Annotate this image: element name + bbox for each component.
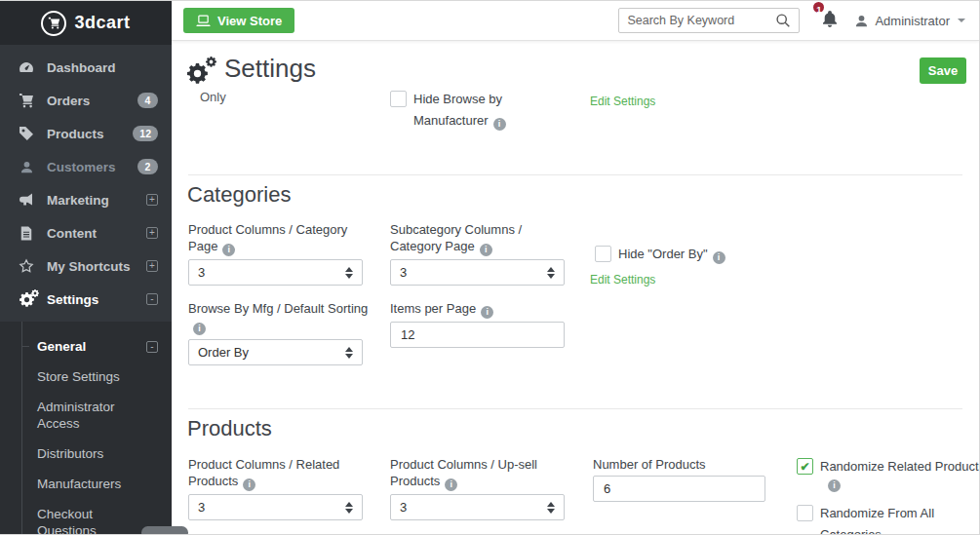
sidebar-item-products[interactable]: Products 12 [0,117,172,150]
sidebar-item-orders[interactable]: Orders 4 [0,84,172,117]
randomize-from-all-categories-checkbox[interactable] [797,505,813,521]
sidebar-item-marketing[interactable]: Marketing + [0,183,172,216]
sidebar-item-label: Dashboard [47,60,116,75]
products-heading: Products [187,416,272,441]
user-icon [854,14,869,28]
info-icon[interactable]: i [828,479,841,492]
sidebar-item-content[interactable]: Content + [0,216,172,249]
sidebar-nav: Dashboard Orders 4 Products 12 [0,45,172,316]
sidebar-item-label: My Shortcuts [47,259,131,274]
info-icon[interactable]: i [445,478,457,491]
product-columns-upsell-label: Product Columns / Up-sell Productsi [390,456,556,491]
sidebar-item-customers[interactable]: Customers 2 [0,150,172,183]
hide-order-by-checkbox[interactable] [595,246,611,262]
submenu-item-store-settings[interactable]: Store Settings [0,362,172,392]
hide-order-by-label: Hide "Order By"i [618,244,725,265]
hide-browse-by-manufacturer-label: Hide Browse by Manufactureri [413,89,519,132]
product-columns-category-label: Product Columns / Category Pagei [188,221,354,256]
star-icon [18,258,35,274]
info-icon[interactable]: i [493,118,506,131]
hide-browse-by-manufacturer-checkbox[interactable] [390,91,407,107]
person-icon [18,160,35,174]
sidebar-item-label: Content [47,226,97,241]
product-columns-upsell-select[interactable]: 3 [390,494,565,520]
section-divider [188,174,962,175]
info-icon[interactable]: i [481,306,493,319]
product-columns-related-label: Product Columns / Related Productsi [188,456,354,491]
view-store-button[interactable]: View Store [183,8,294,33]
cart-icon [18,93,35,108]
save-button[interactable]: Save [920,57,966,84]
spinner-icon [345,347,353,359]
sidebar-item-dashboard[interactable]: Dashboard [0,51,172,84]
info-icon[interactable]: i [222,244,235,256]
products-count-badge: 12 [133,126,158,141]
submenu-item-label: Administrator Access [37,399,158,432]
page-title: Settings [224,54,316,84]
items-per-page-input[interactable] [390,322,565,348]
product-columns-category-select[interactable]: 3 [188,259,363,286]
sidebar-item-label: Settings [47,292,98,307]
randomize-related-products-checkbox[interactable]: ✔ [797,458,813,475]
subcategory-columns-category-select[interactable]: 3 [390,259,565,286]
info-icon[interactable]: i [193,323,206,335]
partial-label-text: Only [200,90,226,104]
edit-settings-link[interactable]: Edit Settings [590,95,655,108]
app-window: 3dcart Dashboard Orders 4 Products [0,0,980,535]
expand-minus-icon[interactable]: - [146,293,158,305]
browse-by-mfg-label: Browse By Mfg / Default Sortingi [188,300,379,335]
submenu-item-label: General [37,338,146,355]
view-store-label: View Store [217,14,282,28]
submenu-item-distributors[interactable]: Distributors [0,439,172,469]
check-icon: ✔ [800,460,809,474]
expand-plus-icon[interactable]: + [146,227,158,239]
settings-submenu: General - Store Settings Administrator A… [0,322,172,535]
submenu-item-manufacturers[interactable]: Manufacturers [0,469,172,499]
cart-logo-icon [41,11,66,36]
select-value: Order By [198,345,249,360]
randomize-related-products-label: Randomize Related Products [820,456,980,478]
sidebar-item-my-shortcuts[interactable]: My Shortcuts + [0,249,172,283]
sidebar-scrollbar-thumb[interactable] [141,526,188,535]
brand-logo[interactable]: 3dcart [0,1,172,45]
spinner-icon [547,267,555,279]
product-columns-related-select[interactable]: 3 [188,494,363,520]
search-input[interactable] [627,14,775,27]
chevron-down-icon [958,19,965,22]
browse-by-mfg-select[interactable]: Order By [188,339,363,365]
select-value: 3 [400,265,407,280]
dashboard-icon [18,59,35,75]
expand-plus-icon[interactable]: + [146,260,158,272]
info-icon[interactable]: i [480,244,492,256]
expand-plus-icon[interactable]: + [146,194,158,206]
settings-gears-icon [187,57,218,88]
user-menu[interactable]: Administrator [854,14,965,28]
topbar: View Store 1 Administrator [172,1,979,41]
search-icon[interactable] [775,13,791,28]
submenu-item-administrator-access[interactable]: Administrator Access [0,392,172,439]
info-icon[interactable]: i [243,478,255,491]
info-icon[interactable]: i [713,251,725,264]
submenu-item-label: Store Settings [37,368,158,385]
sidebar: 3dcart Dashboard Orders 4 Products [0,1,172,534]
spinner-icon [345,502,353,514]
edit-settings-link[interactable]: Edit Settings [590,273,655,287]
expand-minus-icon[interactable]: - [146,341,158,353]
randomize-from-all-categories-label: Randomize From All Categories [820,503,952,535]
sidebar-item-label: Orders [47,94,90,108]
submenu-item-general[interactable]: General - [0,331,172,362]
select-value: 3 [198,265,205,280]
tag-icon [18,126,35,141]
sidebar-item-label: Customers [47,160,116,174]
number-of-products-input[interactable] [593,476,765,502]
submenu-item-label: Checkout Questions [37,506,158,535]
notifications-button[interactable]: 1 [821,10,839,31]
categories-heading: Categories [187,182,291,208]
sidebar-item-label: Marketing [47,193,109,208]
brand-name: 3dcart [74,13,130,33]
megaphone-icon [18,192,35,208]
spinner-icon [345,267,353,279]
section-divider [188,408,962,409]
sidebar-item-settings[interactable]: Settings - [0,283,172,316]
submenu-item-label: Manufacturers [37,476,158,492]
